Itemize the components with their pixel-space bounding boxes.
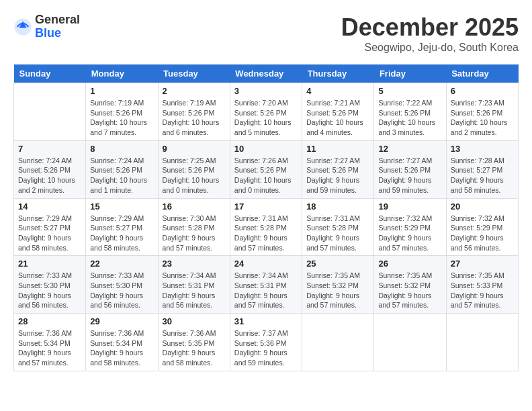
day-number: 24 (234, 259, 298, 269)
day-number: 1 (90, 86, 153, 96)
weekday-header: Wednesday (230, 64, 302, 83)
calendar-day-cell: 24Sunrise: 7:34 AM Sunset: 5:31 PM Dayli… (230, 256, 302, 314)
day-number: 21 (18, 259, 81, 269)
calendar-day-cell: 16Sunrise: 7:30 AM Sunset: 5:28 PM Dayli… (158, 198, 230, 256)
day-number: 14 (18, 201, 81, 212)
calendar-week-row: 7Sunrise: 7:24 AM Sunset: 5:26 PM Daylig… (14, 140, 519, 198)
day-info: Sunrise: 7:28 AM Sunset: 5:27 PM Dayligh… (451, 156, 514, 195)
weekday-header: Monday (86, 64, 158, 83)
day-info: Sunrise: 7:36 AM Sunset: 5:35 PM Dayligh… (163, 328, 226, 368)
calendar-day-cell: 7Sunrise: 7:24 AM Sunset: 5:26 PM Daylig… (14, 140, 86, 198)
logo-blue: Blue (35, 27, 80, 40)
calendar-day-cell: 20Sunrise: 7:32 AM Sunset: 5:29 PM Dayli… (446, 198, 518, 256)
weekday-header: Thursday (302, 64, 374, 83)
calendar-day-cell: 30Sunrise: 7:36 AM Sunset: 5:35 PM Dayli… (158, 314, 230, 371)
calendar-day-cell: 3Sunrise: 7:20 AM Sunset: 5:26 PM Daylig… (230, 83, 302, 141)
calendar-day-cell: 9Sunrise: 7:25 AM Sunset: 5:26 PM Daylig… (158, 140, 230, 198)
day-number: 27 (451, 259, 514, 269)
day-number: 22 (90, 259, 153, 269)
weekday-header: Tuesday (158, 64, 230, 83)
day-info: Sunrise: 7:22 AM Sunset: 5:26 PM Dayligh… (378, 98, 441, 138)
calendar-day-cell: 12Sunrise: 7:27 AM Sunset: 5:26 PM Dayli… (374, 140, 446, 198)
weekday-header: Saturday (446, 64, 518, 83)
day-number: 17 (234, 201, 298, 212)
calendar-day-cell: 1Sunrise: 7:19 AM Sunset: 5:26 PM Daylig… (86, 83, 158, 141)
calendar-day-cell: 15Sunrise: 7:29 AM Sunset: 5:27 PM Dayli… (86, 198, 158, 256)
day-info: Sunrise: 7:27 AM Sunset: 5:26 PM Dayligh… (306, 156, 369, 195)
day-info: Sunrise: 7:31 AM Sunset: 5:28 PM Dayligh… (234, 214, 298, 253)
calendar-day-cell (14, 83, 86, 141)
calendar-day-cell: 11Sunrise: 7:27 AM Sunset: 5:26 PM Dayli… (302, 140, 374, 198)
day-info: Sunrise: 7:34 AM Sunset: 5:31 PM Dayligh… (234, 271, 298, 310)
weekday-header-row: SundayMondayTuesdayWednesdayThursdayFrid… (14, 64, 519, 83)
day-info: Sunrise: 7:21 AM Sunset: 5:26 PM Dayligh… (306, 98, 369, 138)
logo: General Blue (13, 13, 80, 40)
calendar-week-row: 14Sunrise: 7:29 AM Sunset: 5:27 PM Dayli… (14, 198, 519, 256)
day-number: 26 (378, 259, 441, 269)
day-number: 3 (234, 86, 298, 96)
day-number: 8 (90, 144, 153, 154)
calendar-day-cell: 6Sunrise: 7:23 AM Sunset: 5:26 PM Daylig… (446, 83, 518, 141)
calendar-table: SundayMondayTuesdayWednesdayThursdayFrid… (13, 64, 519, 371)
month-title: December 2025 (341, 13, 519, 42)
calendar-day-cell: 2Sunrise: 7:19 AM Sunset: 5:26 PM Daylig… (158, 83, 230, 141)
day-number: 16 (163, 201, 226, 212)
calendar-week-row: 1Sunrise: 7:19 AM Sunset: 5:26 PM Daylig… (14, 83, 519, 141)
calendar-day-cell: 10Sunrise: 7:26 AM Sunset: 5:26 PM Dayli… (230, 140, 302, 198)
day-info: Sunrise: 7:25 AM Sunset: 5:26 PM Dayligh… (163, 156, 226, 195)
day-info: Sunrise: 7:36 AM Sunset: 5:34 PM Dayligh… (90, 328, 153, 368)
calendar-day-cell: 25Sunrise: 7:35 AM Sunset: 5:32 PM Dayli… (302, 256, 374, 314)
calendar-day-cell: 19Sunrise: 7:32 AM Sunset: 5:29 PM Dayli… (374, 198, 446, 256)
calendar-day-cell: 31Sunrise: 7:37 AM Sunset: 5:36 PM Dayli… (230, 314, 302, 371)
calendar-day-cell: 29Sunrise: 7:36 AM Sunset: 5:34 PM Dayli… (86, 314, 158, 371)
day-info: Sunrise: 7:36 AM Sunset: 5:34 PM Dayligh… (18, 328, 81, 368)
logo-icon (13, 17, 32, 36)
day-number: 19 (378, 201, 441, 212)
day-number: 18 (306, 201, 369, 212)
day-number: 2 (163, 86, 226, 96)
weekday-header: Friday (374, 64, 446, 83)
day-info: Sunrise: 7:34 AM Sunset: 5:31 PM Dayligh… (163, 271, 226, 310)
day-number: 28 (18, 316, 81, 326)
calendar-day-cell: 18Sunrise: 7:31 AM Sunset: 5:28 PM Dayli… (302, 198, 374, 256)
day-number: 5 (378, 86, 441, 96)
day-number: 7 (18, 144, 81, 154)
day-number: 29 (90, 316, 153, 326)
day-number: 6 (451, 86, 514, 96)
day-info: Sunrise: 7:24 AM Sunset: 5:26 PM Dayligh… (18, 156, 81, 195)
day-number: 9 (163, 144, 226, 154)
page-header: General Blue December 2025 Seogwipo, Jej… (13, 13, 519, 54)
logo-text: General Blue (35, 13, 80, 40)
calendar-day-cell (374, 314, 446, 371)
day-info: Sunrise: 7:35 AM Sunset: 5:32 PM Dayligh… (378, 271, 441, 310)
day-info: Sunrise: 7:23 AM Sunset: 5:26 PM Dayligh… (451, 98, 514, 138)
day-info: Sunrise: 7:32 AM Sunset: 5:29 PM Dayligh… (451, 214, 514, 253)
day-info: Sunrise: 7:37 AM Sunset: 5:36 PM Dayligh… (234, 328, 298, 368)
title-block: December 2025 Seogwipo, Jeju-do, South K… (341, 13, 519, 54)
calendar-day-cell: 4Sunrise: 7:21 AM Sunset: 5:26 PM Daylig… (302, 83, 374, 141)
day-info: Sunrise: 7:26 AM Sunset: 5:26 PM Dayligh… (234, 156, 298, 195)
calendar-day-cell: 21Sunrise: 7:33 AM Sunset: 5:30 PM Dayli… (14, 256, 86, 314)
calendar-day-cell: 28Sunrise: 7:36 AM Sunset: 5:34 PM Dayli… (14, 314, 86, 371)
calendar-day-cell: 5Sunrise: 7:22 AM Sunset: 5:26 PM Daylig… (374, 83, 446, 141)
calendar-day-cell: 22Sunrise: 7:33 AM Sunset: 5:30 PM Dayli… (86, 256, 158, 314)
day-number: 30 (163, 316, 226, 326)
calendar-day-cell: 26Sunrise: 7:35 AM Sunset: 5:32 PM Dayli… (374, 256, 446, 314)
day-number: 31 (234, 316, 298, 326)
location-subtitle: Seogwipo, Jeju-do, South Korea (341, 42, 519, 54)
calendar-day-cell: 17Sunrise: 7:31 AM Sunset: 5:28 PM Dayli… (230, 198, 302, 256)
calendar-day-cell (446, 314, 518, 371)
day-number: 12 (378, 144, 441, 154)
calendar-day-cell: 8Sunrise: 7:24 AM Sunset: 5:26 PM Daylig… (86, 140, 158, 198)
day-info: Sunrise: 7:30 AM Sunset: 5:28 PM Dayligh… (163, 214, 226, 253)
day-number: 20 (451, 201, 514, 212)
day-info: Sunrise: 7:32 AM Sunset: 5:29 PM Dayligh… (378, 214, 441, 253)
day-info: Sunrise: 7:19 AM Sunset: 5:26 PM Dayligh… (163, 98, 226, 138)
day-number: 25 (306, 259, 369, 269)
day-info: Sunrise: 7:31 AM Sunset: 5:28 PM Dayligh… (306, 214, 369, 253)
calendar-day-cell: 27Sunrise: 7:35 AM Sunset: 5:33 PM Dayli… (446, 256, 518, 314)
day-info: Sunrise: 7:24 AM Sunset: 5:26 PM Dayligh… (90, 156, 153, 195)
day-info: Sunrise: 7:20 AM Sunset: 5:26 PM Dayligh… (234, 98, 298, 138)
day-info: Sunrise: 7:33 AM Sunset: 5:30 PM Dayligh… (18, 271, 81, 310)
day-info: Sunrise: 7:35 AM Sunset: 5:33 PM Dayligh… (451, 271, 514, 310)
